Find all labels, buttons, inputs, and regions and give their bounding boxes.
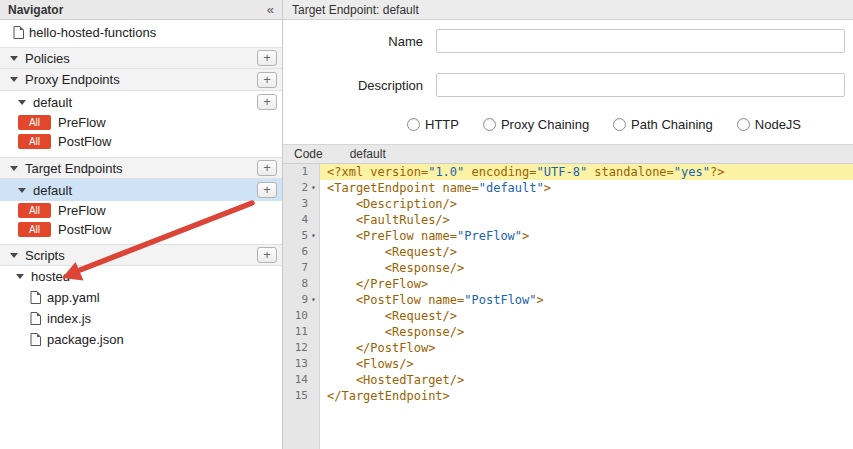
code-line-13[interactable]: 13 <Flows/> [283, 356, 853, 372]
expand-triangle-icon[interactable] [16, 274, 24, 279]
expand-triangle-icon[interactable] [10, 253, 18, 258]
radio-label: NodeJS [755, 117, 801, 132]
expand-triangle-icon[interactable] [10, 56, 18, 61]
code-line-4[interactable]: 4 <FaultRules/> [283, 212, 853, 228]
code-text: <Request/> [320, 244, 853, 260]
code-file-label: default [350, 147, 386, 161]
code-editor[interactable]: 1<?xml version="1.0" encoding="UTF-8" st… [283, 164, 853, 449]
code-line-15[interactable]: 15</TargetEndpoint> [283, 388, 853, 404]
code-text: <Request/> [320, 308, 853, 324]
add-script-button[interactable]: + [257, 247, 277, 263]
collapse-panel-icon[interactable]: « [267, 2, 274, 17]
expand-triangle-icon[interactable] [18, 188, 26, 193]
code-line-1[interactable]: 1<?xml version="1.0" encoding="UTF-8" st… [283, 164, 853, 180]
file-item-package-json[interactable]: package.json [0, 329, 282, 350]
radio-option-nodejs[interactable]: NodeJS [737, 117, 801, 132]
description-input[interactable] [436, 73, 845, 97]
section-label: Target Endpoints [25, 161, 123, 176]
code-line-12[interactable]: 12 </PostFlow> [283, 340, 853, 356]
proxy-endpoint-default[interactable]: default + [0, 91, 282, 113]
fold-arrow-icon[interactable]: ▾ [308, 180, 319, 196]
section-scripts[interactable]: Scripts + [0, 244, 282, 266]
detail-header: Target Endpoint: default [283, 0, 853, 20]
endpoint-form: Name Description HTTPProxy ChainingPath … [283, 20, 853, 144]
script-file-list: app.yamlindex.jspackage.json [0, 287, 282, 350]
radio-circle-icon[interactable] [737, 118, 750, 131]
code-tab[interactable]: Code [294, 147, 323, 161]
folder-label: hosted [31, 269, 70, 284]
line-number: 9▾ [283, 292, 320, 308]
section-proxy-endpoints[interactable]: Proxy Endpoints + [0, 69, 282, 91]
code-line-7[interactable]: 7 <Response/> [283, 260, 853, 276]
line-number: 11 [283, 324, 320, 340]
code-panel-header: Code default [283, 144, 853, 164]
proxy-preflow-item[interactable]: All PreFlow [0, 113, 282, 132]
code-line-5[interactable]: 5▾ <PreFlow name="PreFlow"> [283, 228, 853, 244]
document-icon [13, 26, 24, 39]
name-label: Name [283, 34, 436, 49]
line-number: 10 [283, 308, 320, 324]
file-item-app-yaml[interactable]: app.yaml [0, 287, 282, 308]
code-line-11[interactable]: 11 <Response/> [283, 324, 853, 340]
target-preflow-item[interactable]: All PreFlow [0, 201, 282, 220]
proxy-postflow-item[interactable]: All PostFlow [0, 132, 282, 151]
expand-triangle-icon[interactable] [18, 100, 26, 105]
radio-circle-icon[interactable] [483, 118, 496, 131]
all-badge: All [18, 115, 51, 130]
code-line-6[interactable]: 6 <Request/> [283, 244, 853, 260]
add-flow-button[interactable]: + [257, 94, 277, 110]
code-text: <FaultRules/> [320, 212, 853, 228]
radio-label: Path Chaining [631, 117, 713, 132]
fold-arrow-icon[interactable]: ▾ [308, 228, 319, 244]
detail-header-title: Target Endpoint: default [292, 3, 419, 17]
endpoint-label: default [33, 183, 72, 198]
line-number: 15 [283, 388, 320, 404]
all-badge: All [18, 134, 51, 149]
code-text: <?xml version="1.0" encoding="UTF-8" sta… [320, 164, 853, 180]
add-flow-button[interactable]: + [257, 182, 277, 198]
name-form-row: Name [283, 29, 853, 53]
all-badge: All [18, 222, 51, 237]
code-text: </PreFlow> [320, 276, 853, 292]
add-proxy-endpoint-button[interactable]: + [257, 72, 277, 88]
target-endpoint-default-selected[interactable]: default + [0, 179, 282, 201]
code-line-10[interactable]: 10 <Request/> [283, 308, 853, 324]
radio-label: Proxy Chaining [501, 117, 589, 132]
line-number: 2▾ [283, 180, 320, 196]
bundle-item[interactable]: hello-hosted-functions [0, 22, 282, 43]
expand-triangle-icon[interactable] [10, 166, 18, 171]
folder-item-hosted[interactable]: hosted [0, 266, 282, 287]
code-line-9[interactable]: 9▾ <PostFlow name="PostFlow"> [283, 292, 853, 308]
line-number: 3 [283, 196, 320, 212]
editor-filler [283, 404, 853, 449]
radio-option-path-chaining[interactable]: Path Chaining [613, 117, 713, 132]
radio-circle-icon[interactable] [407, 118, 420, 131]
add-policy-button[interactable]: + [257, 50, 277, 66]
fold-arrow-icon[interactable]: ▾ [308, 292, 319, 308]
expand-triangle-icon[interactable] [10, 77, 18, 82]
target-postflow-item[interactable]: All PostFlow [0, 220, 282, 239]
code-line-14[interactable]: 14 <HostedTarget/> [283, 372, 853, 388]
code-text: <Flows/> [320, 356, 853, 372]
section-label: Proxy Endpoints [25, 72, 120, 87]
section-policies[interactable]: Policies + [0, 47, 282, 69]
radio-option-proxy-chaining[interactable]: Proxy Chaining [483, 117, 589, 132]
navigator-panel: Navigator « hello-hosted-functions Polic… [0, 0, 283, 449]
document-icon [30, 333, 41, 346]
section-target-endpoints[interactable]: Target Endpoints + [0, 157, 282, 179]
flow-label: PreFlow [58, 203, 106, 218]
bundle-label: hello-hosted-functions [29, 25, 156, 40]
line-number: 14 [283, 372, 320, 388]
name-input[interactable] [436, 29, 845, 53]
code-line-3[interactable]: 3 <Description/> [283, 196, 853, 212]
endpoint-type-radio-group: HTTPProxy ChainingPath ChainingNodeJS [407, 117, 853, 132]
file-label: app.yaml [47, 290, 100, 305]
radio-circle-icon[interactable] [613, 118, 626, 131]
flow-label: PreFlow [58, 115, 106, 130]
file-item-index-js[interactable]: index.js [0, 308, 282, 329]
radio-option-http[interactable]: HTTP [407, 117, 459, 132]
code-line-2[interactable]: 2▾<TargetEndpoint name="default"> [283, 180, 853, 196]
code-line-8[interactable]: 8 </PreFlow> [283, 276, 853, 292]
line-number: 12 [283, 340, 320, 356]
add-target-endpoint-button[interactable]: + [257, 160, 277, 176]
